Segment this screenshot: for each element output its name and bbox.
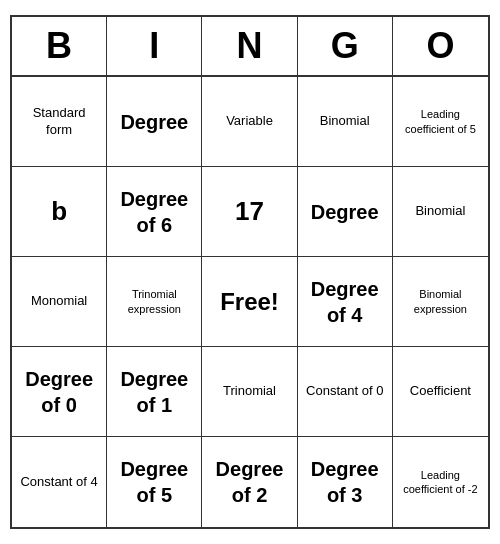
- bingo-cell-6: Degree of 6: [107, 167, 202, 257]
- bingo-cell-11: Trinomial expression: [107, 257, 202, 347]
- bingo-cell-2: Variable: [202, 77, 297, 167]
- bingo-cell-20: Constant of 4: [12, 437, 107, 527]
- header-letter-N: N: [202, 17, 297, 75]
- bingo-cell-17: Trinomial: [202, 347, 297, 437]
- bingo-cell-21: Degree of 5: [107, 437, 202, 527]
- bingo-grid: Standard formDegreeVariableBinomialLeadi…: [12, 77, 488, 527]
- bingo-cell-14: Binomial expression: [393, 257, 488, 347]
- bingo-cell-1: Degree: [107, 77, 202, 167]
- bingo-cell-19: Coefficient: [393, 347, 488, 437]
- bingo-cell-23: Degree of 3: [298, 437, 393, 527]
- bingo-cell-22: Degree of 2: [202, 437, 297, 527]
- header-letter-B: B: [12, 17, 107, 75]
- bingo-cell-8: Degree: [298, 167, 393, 257]
- bingo-cell-0: Standard form: [12, 77, 107, 167]
- bingo-cell-18: Constant of 0: [298, 347, 393, 437]
- header-letter-G: G: [298, 17, 393, 75]
- bingo-cell-4: Leading coefficient of 5: [393, 77, 488, 167]
- bingo-cell-12: Free!: [202, 257, 297, 347]
- bingo-cell-5: b: [12, 167, 107, 257]
- bingo-cell-15: Degree of 0: [12, 347, 107, 437]
- header-letter-I: I: [107, 17, 202, 75]
- bingo-cell-10: Monomial: [12, 257, 107, 347]
- bingo-cell-16: Degree of 1: [107, 347, 202, 437]
- bingo-header: BINGO: [12, 17, 488, 77]
- header-letter-O: O: [393, 17, 488, 75]
- bingo-cell-7: 17: [202, 167, 297, 257]
- bingo-cell-3: Binomial: [298, 77, 393, 167]
- bingo-cell-13: Degree of 4: [298, 257, 393, 347]
- bingo-card: BINGO Standard formDegreeVariableBinomia…: [10, 15, 490, 529]
- bingo-cell-24: Leading coefficient of -2: [393, 437, 488, 527]
- bingo-cell-9: Binomial: [393, 167, 488, 257]
